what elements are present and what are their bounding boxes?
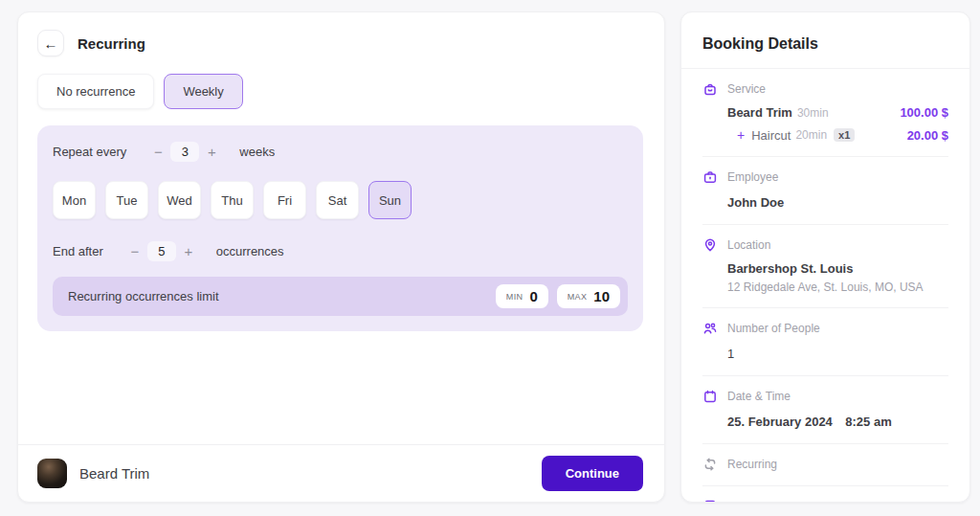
service-avatar [37,459,67,488]
employee-label-row: Employee [702,169,948,185]
footer-service-name: Beard Trim [79,465,529,482]
total-price-label: Total Price [727,500,781,503]
service-item-row: Beard Trim 30min 100.00 $ [727,105,948,120]
location-name: Barbershop St. Louis [727,261,948,276]
end-after-row: End after − 5 + occurrences [53,240,628,261]
day-button-wed[interactable]: Wed [158,181,201,219]
min-limit-badge: MIN 0 [496,284,548,308]
extra-name: Haircut [751,128,791,143]
repeat-settings-container: Repeat every − 3 + weeks Mon Tue Wed Thu… [37,125,643,331]
end-after-unit-label: occurrences [216,244,284,258]
back-button[interactable]: ← [37,30,64,56]
limit-badges: MIN 0 MAX 10 [496,284,620,308]
people-icon [702,321,718,336]
briefcase-icon [702,169,718,185]
people-label: Number of People [727,322,820,335]
section-people: Number of People 1 [702,308,948,376]
option-weekly[interactable]: Weekly [164,74,242,109]
employee-name: John Doe [727,195,784,210]
section-location: Location Barbershop St. Louis 12 Ridgeda… [702,225,948,308]
datetime-label: Date & Time [727,390,791,403]
day-button-sat[interactable]: Sat [316,181,359,219]
max-value: 10 [593,288,610,304]
recurring-panel-body: ← Recurring No recurrence Weekly Repeat … [18,12,664,444]
arrow-left-icon: ← [44,36,58,51]
weekday-selector: Mon Tue Wed Thu Fri Sat Sun [53,181,628,219]
min-value: 0 [529,288,537,304]
max-limit-badge: MAX 10 [557,284,620,308]
datetime-content: 25. February 2024 8:25 am [702,413,948,430]
employee-content: John Doe [702,193,948,211]
service-item-name: Beard Trim [727,105,792,120]
repeat-unit-label: weeks [239,145,275,159]
employee-label: Employee [727,170,778,184]
location-content: Barbershop St. Louis 12 Ridgedale Ave, S… [702,261,948,294]
service-bag-icon [702,81,718,97]
datetime-label-row: Date & Time [702,389,948,404]
service-extra-row: + Haircut 20min x1 20.00 $ [727,127,948,143]
repeat-icon [702,457,718,472]
occurrences-limit-label: Recurring occurrences limit [68,289,496,303]
map-pin-icon [702,237,718,253]
page: ← Recurring No recurrence Weekly Repeat … [0,0,980,516]
recurrence-options: No recurrence Weekly [37,74,643,109]
end-after-plus-button[interactable]: + [178,240,199,261]
repeat-minus-button[interactable]: − [147,141,168,162]
location-label-row: Location [702,237,948,253]
repeat-value: 3 [170,142,199,162]
section-service: Service Beard Trim 30min 100.00 $ + Hair… [702,69,948,157]
end-after-minus-button[interactable]: − [124,240,145,261]
day-button-thu[interactable]: Thu [211,181,254,219]
extra-duration: 20min [795,128,827,142]
time-value: 8:25 am [845,415,891,429]
people-content: 1 [702,345,948,362]
booking-details-title: Booking Details [702,30,948,55]
service-item-duration: 30min [797,106,829,120]
service-label-row: Service [702,81,948,97]
recurring-header: ← Recurring [37,30,643,56]
day-button-sun[interactable]: Sun [368,181,412,219]
quantity-badge: x1 [834,128,855,142]
repeat-every-row: Repeat every − 3 + weeks [53,141,628,162]
repeat-plus-button[interactable]: + [201,141,222,162]
day-button-tue[interactable]: Tue [105,181,148,219]
section-total-price: Total Price 600.00 $ [702,486,948,503]
section-employee: Employee John Doe [702,157,948,225]
day-button-mon[interactable]: Mon [53,181,96,219]
service-item-price: 100.00 $ [900,105,948,120]
date-value: 25. February 2024 [727,415,833,429]
recurring-label: Recurring [727,458,777,471]
end-after-label: End after [53,244,103,258]
calendar-icon [702,389,718,404]
service-content: Beard Trim 30min 100.00 $ + Haircut 20mi… [702,105,948,143]
occurrences-limit-bar: Recurring occurrences limit MIN 0 MAX 10 [53,277,628,316]
total-label-row: Total Price [702,499,948,503]
location-address: 12 Ridgedale Ave, St. Louis, MO, USA [727,280,948,294]
continue-button[interactable]: Continue [542,456,643,491]
booking-details-panel: Booking Details Service Beard Trim 30min… [680,11,970,503]
end-after-value: 5 [147,241,176,261]
plus-icon: + [737,127,745,143]
people-value: 1 [727,347,734,361]
calculator-icon [702,499,718,503]
section-datetime: Date & Time 25. February 2024 8:25 am [702,376,948,444]
location-label: Location [727,238,770,252]
people-label-row: Number of People [702,321,948,336]
recurring-panel: ← Recurring No recurrence Weekly Repeat … [17,11,665,503]
service-label: Service [727,82,766,96]
recurring-label-row: Recurring [702,457,948,472]
extra-price: 20.00 $ [907,128,948,143]
repeat-every-label: Repeat every [53,145,126,159]
page-title: Recurring [78,35,145,52]
min-label: MIN [506,292,523,302]
section-recurring: Recurring [702,444,948,486]
max-label: MAX [568,292,588,302]
day-button-fri[interactable]: Fri [263,181,306,219]
panel-footer: Beard Trim Continue [18,444,664,502]
option-no-recurrence[interactable]: No recurrence [37,74,154,109]
